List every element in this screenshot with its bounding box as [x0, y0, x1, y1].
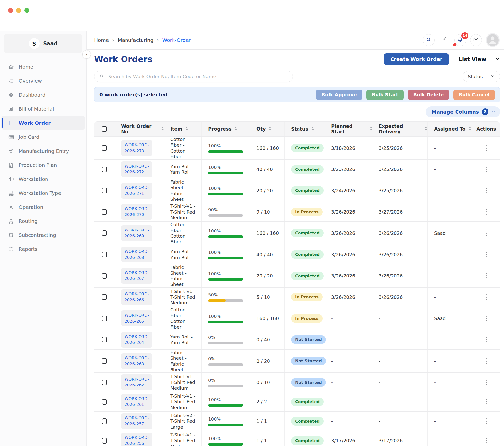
row-checkbox[interactable] — [102, 418, 107, 424]
sidebar-item-routing[interactable]: Routing — [1, 214, 85, 228]
th-assigned-to[interactable]: Assigned To — [428, 122, 472, 136]
row-checkbox[interactable] — [102, 337, 107, 342]
progress-percent: 100% — [208, 416, 221, 422]
sort-icon[interactable] — [425, 126, 428, 132]
window-maximize-button[interactable] — [24, 8, 29, 13]
profile-avatar[interactable] — [486, 33, 500, 47]
work-order-link[interactable]: WORK-ORD- 2026-265 — [121, 310, 152, 326]
work-order-link[interactable]: WORK-ORD- 2026-269 — [121, 225, 152, 241]
sort-icon[interactable] — [161, 126, 164, 132]
work-order-link[interactable]: WORK-ORD- 2026-256 — [121, 433, 152, 446]
th-qty[interactable]: Qty — [251, 122, 285, 136]
work-order-link[interactable]: WORK-ORD- 2026-263 — [121, 353, 152, 369]
sidebar-item-job-card[interactable]: Job Card — [1, 130, 85, 144]
work-order-link[interactable]: WORK-ORD- 2026-268 — [121, 247, 152, 263]
bulk-start-button[interactable]: Bulk Start — [366, 90, 404, 100]
sort-icon[interactable] — [468, 126, 471, 132]
sidebar-item-home[interactable]: Home — [1, 60, 85, 74]
work-order-link[interactable]: WORK-ORD- 2026-270 — [121, 204, 152, 220]
row-checkbox[interactable] — [102, 188, 107, 193]
row-actions-menu[interactable] — [482, 397, 490, 407]
manage-columns-button[interactable]: Manage Columns 8 — [426, 106, 500, 117]
row-checkbox[interactable] — [102, 145, 107, 151]
sidebar-item-workstation[interactable]: Workstation — [1, 172, 85, 186]
sidebar-item-bill-of-material[interactable]: Bill of Material — [1, 102, 85, 116]
create-work-order-button[interactable]: Create Work Order — [384, 54, 449, 65]
row-actions-menu[interactable] — [482, 143, 490, 153]
work-order-link[interactable]: WORK-ORD- 2026-262 — [121, 375, 152, 390]
work-order-link[interactable]: WORK-ORD- 2026-264 — [121, 332, 152, 348]
sidebar-item-subcontracting[interactable]: Subcontracting — [1, 228, 85, 242]
sidebar-item-dashboard[interactable]: Dashboard — [1, 88, 85, 102]
th-planned-start[interactable]: Planned Start — [325, 122, 373, 136]
row-checkbox[interactable] — [102, 294, 107, 300]
row-checkbox[interactable] — [102, 273, 107, 279]
sidebar-item-label: Job Card — [19, 134, 39, 140]
global-search-button[interactable] — [423, 34, 435, 46]
breadcrumb-manufacturing[interactable]: Manufacturing — [118, 37, 153, 43]
row-checkbox[interactable] — [102, 399, 107, 405]
window-close-button[interactable] — [8, 8, 13, 13]
view-selector[interactable]: List View — [459, 56, 500, 62]
row-checkbox[interactable] — [102, 230, 107, 236]
sidebar-collapse-button[interactable]: ‹ — [82, 50, 91, 58]
row-actions-menu[interactable] — [482, 313, 490, 323]
th-status[interactable]: Status — [285, 122, 325, 136]
sidebar-item-production-plan[interactable]: Production Plan — [1, 158, 85, 172]
th-item[interactable]: Item — [164, 122, 201, 136]
row-actions-menu[interactable] — [482, 416, 490, 426]
row-checkbox[interactable] — [102, 438, 107, 444]
row-checkbox[interactable] — [102, 358, 107, 364]
bulk-cancel-button[interactable]: Bulk Cancel — [453, 90, 495, 100]
row-actions-menu[interactable] — [482, 292, 490, 302]
sidebar-item-manufacturing-entry[interactable]: Manufacturing Entry — [1, 144, 85, 158]
row-actions-menu[interactable] — [482, 436, 490, 446]
breadcrumb-home[interactable]: Home — [94, 37, 109, 43]
sort-icon[interactable] — [234, 126, 237, 132]
th-progress[interactable]: Progress — [201, 122, 251, 136]
select-all-checkbox[interactable] — [102, 126, 107, 132]
breadcrumb-work-order[interactable]: Work-Order — [162, 37, 191, 43]
sort-icon[interactable] — [185, 126, 188, 132]
row-actions-menu[interactable] — [482, 228, 490, 238]
search-input[interactable] — [108, 74, 288, 79]
sidebar-item-overview[interactable]: Overview — [1, 74, 85, 88]
window-minimize-button[interactable] — [16, 8, 21, 13]
row-actions-menu[interactable] — [482, 164, 490, 174]
bulk-approve-button[interactable]: Bulk Approve — [316, 90, 362, 100]
row-actions-menu[interactable] — [482, 271, 490, 281]
row-checkbox[interactable] — [102, 252, 107, 257]
row-checkbox[interactable] — [102, 380, 107, 385]
th-work-order-no[interactable]: Work Order No — [114, 122, 164, 136]
row-actions-menu[interactable] — [482, 356, 490, 366]
work-order-link[interactable]: WORK-ORD- 2026-267 — [121, 268, 152, 284]
row-actions-menu[interactable] — [482, 207, 490, 217]
row-actions-menu[interactable] — [482, 377, 490, 387]
messages-button[interactable] — [470, 34, 482, 46]
th-expected-delivery[interactable]: Expected Delivery — [373, 122, 428, 136]
work-order-link[interactable]: WORK-ORD- 2026-272 — [121, 161, 152, 177]
sidebar-item-work-order[interactable]: Work Order — [1, 116, 85, 130]
sidebar-item-operation[interactable]: Operation — [1, 200, 85, 214]
row-actions-menu[interactable] — [482, 335, 490, 345]
sort-icon[interactable] — [269, 126, 271, 132]
notifications-button[interactable]: 14 — [454, 34, 466, 46]
user-profile-chip[interactable]: S Saad — [4, 34, 82, 53]
sidebar-item-reports[interactable]: Reports — [1, 242, 85, 256]
work-order-link[interactable]: WORK-ORD- 2026-271 — [121, 183, 152, 198]
sort-icon[interactable] — [311, 126, 314, 132]
work-order-link[interactable]: WORK-ORD- 2026-266 — [121, 289, 152, 305]
row-checkbox[interactable] — [102, 316, 107, 321]
row-checkbox[interactable] — [102, 209, 107, 215]
row-checkbox[interactable] — [102, 167, 107, 172]
row-actions-menu[interactable] — [482, 186, 490, 196]
row-actions-menu[interactable] — [482, 250, 490, 260]
bulk-delete-button[interactable]: Bulk Delete — [408, 90, 449, 100]
sidebar-item-workstation-type[interactable]: Workstation Type — [1, 186, 85, 200]
ai-assistant-button[interactable] — [439, 34, 450, 46]
status-filter-dropdown[interactable]: Status — [463, 71, 500, 82]
work-order-link[interactable]: WORK-ORD- 2026-261 — [121, 394, 152, 410]
work-order-link[interactable]: WORK-ORD- 2026-273 — [121, 140, 152, 156]
work-order-link[interactable]: WORK-ORD- 2026-257 — [121, 413, 152, 429]
sort-icon[interactable] — [370, 126, 373, 132]
